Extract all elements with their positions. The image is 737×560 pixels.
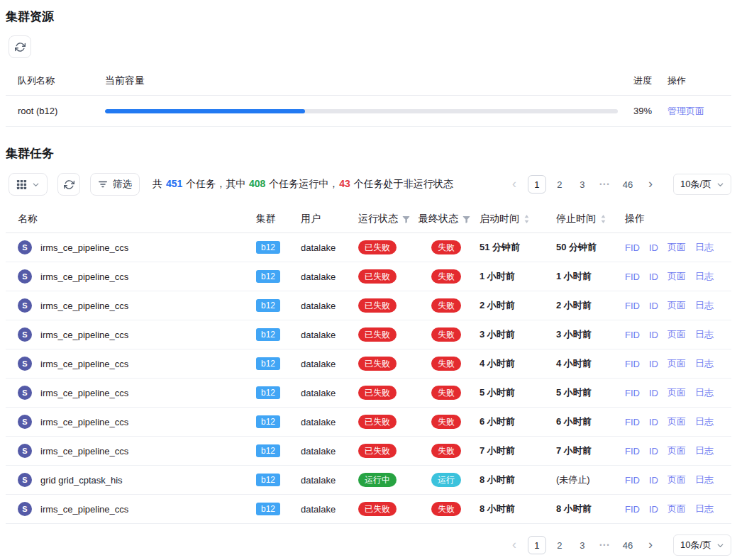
row-action-log[interactable]: 日志 (695, 474, 714, 486)
row-action-page[interactable]: 页面 (667, 415, 686, 428)
pagination-page-2[interactable]: 2 (550, 536, 569, 554)
row-action-id[interactable]: ID (649, 388, 658, 398)
pagination-page-46[interactable]: 46 (619, 175, 637, 194)
run-status-cell: 已失败 (358, 444, 419, 458)
row-action-page[interactable]: 页面 (667, 503, 686, 515)
stop-time: 4 小时前 (556, 357, 625, 370)
row-action-log[interactable]: 日志 (695, 444, 714, 457)
avatar: S (18, 386, 32, 400)
row-action-id[interactable]: ID (649, 271, 658, 282)
cluster-cell: b12 (256, 270, 301, 283)
grid-icon (16, 179, 27, 190)
row-action-id[interactable]: ID (649, 359, 658, 369)
name-cell: S irms_ce_pipeline_ccs (6, 269, 256, 284)
row-action-fid[interactable]: FID (625, 359, 640, 369)
pagination-page-3[interactable]: 3 (573, 175, 592, 194)
row-action-log[interactable]: 日志 (695, 357, 714, 370)
manage-page-link[interactable]: 管理页面 (667, 106, 704, 116)
pagination-next[interactable]: › (641, 175, 660, 194)
row-action-fid[interactable]: FID (625, 271, 640, 282)
final-status-cell: 失败 (419, 444, 480, 458)
row-action-fid[interactable]: FID (625, 242, 640, 253)
summary-text: 共 (153, 178, 165, 189)
page-size-value: 10条/页 (680, 539, 711, 551)
row-action-page[interactable]: 页面 (667, 328, 686, 341)
row-actions: FIDID页面日志 (625, 299, 731, 312)
row-action-page[interactable]: 页面 (667, 241, 686, 254)
header-run-status-label: 运行状态 (358, 213, 398, 225)
cluster-badge: b12 (256, 503, 280, 515)
filter-funnel-icon[interactable] (402, 215, 410, 223)
row-action-fid[interactable]: FID (625, 504, 640, 515)
row-action-page[interactable]: 页面 (667, 357, 686, 370)
row-action-page[interactable]: 页面 (667, 474, 686, 486)
row-action-fid[interactable]: FID (625, 475, 640, 486)
row-action-log[interactable]: 日志 (695, 386, 714, 399)
summary-text: 个任务运行中， (266, 178, 338, 189)
filter-icon (98, 179, 108, 189)
final-status-cell: 失败 (419, 357, 480, 371)
filter-funnel-icon[interactable] (462, 215, 470, 223)
row-action-fid[interactable]: FID (625, 388, 640, 398)
row-action-fid[interactable]: FID (625, 446, 640, 457)
sort-icon[interactable] (523, 214, 530, 224)
row-action-log[interactable]: 日志 (695, 503, 714, 515)
column-settings-button[interactable] (9, 173, 48, 196)
cluster-badge: b12 (256, 299, 280, 312)
pagination-page-1[interactable]: 1 (528, 536, 546, 554)
pagination-page-1[interactable]: 1 (528, 175, 546, 194)
cluster-badge: b12 (256, 357, 280, 370)
pagination-page-46[interactable]: 46 (619, 536, 637, 554)
pagination-page-3[interactable]: 3 (573, 536, 592, 554)
tasks-refresh-button[interactable] (57, 173, 80, 196)
row-action-id[interactable]: ID (649, 417, 658, 427)
sort-icon[interactable] (600, 214, 606, 224)
row-action-page[interactable]: 页面 (667, 299, 686, 312)
row-action-log[interactable]: 日志 (695, 415, 714, 428)
pagination-next[interactable]: › (641, 536, 660, 554)
row-action-log[interactable]: 日志 (695, 299, 714, 312)
cluster-cell: b12 (256, 357, 301, 370)
row-action-id[interactable]: ID (649, 242, 658, 253)
row-action-page[interactable]: 页面 (667, 386, 686, 399)
start-time: 2 小时前 (480, 299, 556, 312)
row-action-fid[interactable]: FID (625, 417, 640, 427)
row-action-page[interactable]: 页面 (667, 444, 686, 457)
resources-refresh-button[interactable] (9, 35, 31, 58)
page-root: 集群资源 队列名称 当前容量 进度 操作 root (b12) (0, 0, 737, 560)
row-action-page[interactable]: 页面 (667, 270, 686, 283)
pagination-page-2[interactable]: 2 (550, 175, 569, 194)
page-size-select-bottom[interactable]: 10条/页 (673, 534, 731, 556)
name-cell: S irms_ce_pipeline_ccs (6, 502, 256, 516)
avatar: S (18, 327, 32, 342)
pagination-prev[interactable]: ‹ (505, 536, 523, 554)
name-cell: S irms_ce_pipeline_ccs (6, 327, 256, 342)
header-final-status: 最终状态 (419, 213, 480, 225)
stop-time: 8 小时前 (556, 503, 625, 515)
pagination-prev[interactable]: ‹ (505, 175, 523, 194)
pagination-top: ‹123•••46› (503, 175, 662, 194)
row-action-log[interactable]: 日志 (695, 241, 714, 254)
row-action-id[interactable]: ID (649, 330, 658, 340)
cluster-badge: b12 (256, 444, 280, 457)
row-action-id[interactable]: ID (649, 475, 658, 486)
row-action-id[interactable]: ID (649, 446, 658, 457)
row-action-fid[interactable]: FID (625, 330, 640, 340)
final-status-cell: 失败 (419, 298, 480, 313)
cluster-cell: b12 (256, 299, 301, 312)
name-cell: S irms_ce_pipeline_ccs (6, 386, 256, 400)
row-action-fid[interactable]: FID (625, 301, 640, 311)
page-size-select-top[interactable]: 10条/页 (673, 174, 731, 195)
final-status-badge: 失败 (431, 298, 461, 313)
progress-percent: 39% (626, 106, 662, 116)
table-row: S irms_ce_pipeline_ccs b12 datalake 已失败 … (6, 437, 731, 466)
name-cell: S irms_ce_pipeline_ccs (6, 357, 256, 371)
table-row: S grid grid_cptask_his b12 datalake 运行中 … (6, 466, 731, 495)
row-action-id[interactable]: ID (649, 301, 658, 311)
table-row: S irms_ce_pipeline_ccs b12 datalake 已失败 … (6, 320, 731, 349)
row-action-id[interactable]: ID (649, 504, 658, 515)
filter-button[interactable]: 筛选 (90, 173, 140, 196)
row-action-log[interactable]: 日志 (695, 270, 714, 283)
resources-row: root (b12) 39% 管理页面 (6, 96, 731, 127)
row-action-log[interactable]: 日志 (695, 328, 714, 341)
